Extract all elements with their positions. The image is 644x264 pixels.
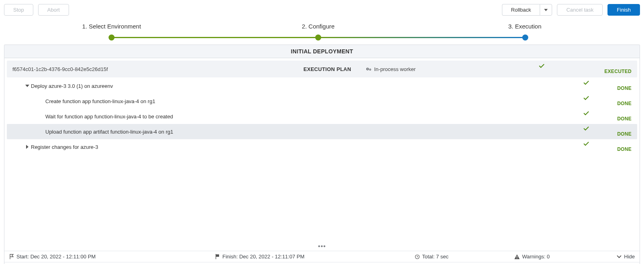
meta-start-text: Start: Dec 20, 2022 - 12:11:00 PM	[16, 254, 95, 260]
plan-worker: In-process worker	[366, 66, 539, 72]
plan-worker-label: In-process worker	[374, 66, 416, 72]
step-connector-2	[318, 37, 525, 38]
status-text: DONE	[617, 146, 632, 152]
abort-button[interactable]: Abort	[38, 4, 69, 16]
hide-log-button[interactable]: Hide	[601, 254, 635, 260]
rollback-button[interactable]: Rollback	[502, 4, 540, 16]
check-icon	[583, 126, 632, 131]
caret-down-icon	[544, 9, 548, 11]
cancel-task-button[interactable]: Cancel task	[557, 4, 603, 16]
rollback-caret-button[interactable]	[540, 4, 552, 16]
meta-total-text: Total: 7 sec	[422, 254, 449, 260]
execution-row-label: Wait for function app function-linux-jav…	[45, 114, 583, 120]
step-dot-2	[315, 35, 321, 41]
svg-rect-5	[517, 256, 517, 258]
log-output: Uploaded artifact as part of functionapp…	[4, 262, 640, 264]
check-icon	[583, 142, 632, 146]
svg-rect-6	[517, 258, 517, 258]
step-label-execution: 3. Execution	[508, 23, 542, 30]
finish-button[interactable]: Finish	[607, 4, 640, 16]
meta-finish: Finish: Dec 20, 2022 - 12:11:07 PM	[215, 254, 403, 260]
step-dot-3	[522, 35, 528, 41]
stop-button[interactable]: Stop	[4, 4, 33, 16]
step-label-configure: 2. Configure	[302, 23, 335, 30]
execution-row-label: Register changes for azure-3	[31, 144, 583, 150]
plan-status-text: EXECUTED	[604, 69, 632, 74]
clock-icon	[415, 254, 420, 259]
meta-bar: Start: Dec 20, 2022 - 12:11:00 PM Finish…	[4, 251, 640, 262]
execution-row-status: DONE	[583, 111, 632, 122]
flag-finish-icon	[215, 254, 220, 259]
execution-row[interactable]: Wait for function app function-linux-jav…	[7, 109, 637, 124]
plan-header-row: f6574c01-1c2b-4376-9cc0-842e5c26d15f EXE…	[7, 61, 637, 77]
execution-row-status: DONE	[583, 126, 632, 137]
flag-start-icon	[9, 254, 14, 259]
check-icon	[583, 81, 632, 85]
status-text: DONE	[617, 101, 632, 106]
meta-warnings: Warnings: 0	[514, 254, 589, 260]
execution-row[interactable]: Deploy azure-3 3.0 (1) on azureenvDONE	[7, 78, 637, 93]
check-icon	[583, 96, 632, 100]
gears-icon	[366, 67, 372, 71]
execution-row[interactable]: Upload function app artifact function-li…	[7, 124, 637, 139]
step-dot-1	[109, 35, 115, 41]
step-label-select-environment: 1. Select Environment	[82, 23, 141, 30]
execution-row-label: Deploy azure-3 3.0 (1) on azureenv	[31, 83, 583, 89]
warning-icon	[514, 254, 520, 259]
step-connector-1	[112, 37, 318, 38]
execution-row-label: Create function app function-linux-java-…	[45, 98, 583, 104]
caret-down-icon[interactable]	[24, 85, 31, 87]
meta-total: Total: 7 sec	[415, 254, 502, 260]
status-text: DONE	[617, 131, 632, 137]
execution-steps: Deploy azure-3 3.0 (1) on azureenvDONECr…	[4, 78, 640, 154]
execution-row-status: DONE	[583, 96, 632, 106]
svg-point-1	[367, 69, 368, 69]
execution-row-status: DONE	[583, 81, 632, 91]
execution-row-label: Upload function app artifact function-li…	[45, 129, 583, 135]
plan-center-label: EXECUTION PLAN	[303, 66, 365, 72]
status-text: DONE	[617, 85, 632, 91]
check-icon	[583, 111, 632, 116]
execution-row-status: DONE	[583, 142, 632, 152]
hide-label: Hide	[624, 254, 635, 260]
execution-panel: INITIAL DEPLOYMENT f6574c01-1c2b-4376-9c…	[4, 45, 640, 264]
check-icon	[539, 64, 632, 68]
rollback-button-group: Rollback	[502, 4, 553, 16]
resize-handle-icon[interactable]: •••	[4, 243, 640, 251]
svg-point-3	[370, 69, 370, 70]
empty-space	[4, 154, 640, 243]
meta-finish-text: Finish: Dec 20, 2022 - 12:11:07 PM	[222, 254, 305, 260]
meta-start: Start: Dec 20, 2022 - 12:11:00 PM	[9, 254, 203, 260]
toolbar: Stop Abort Rollback Cancel task Finish	[4, 4, 640, 16]
wizard-stepper: 1. Select Environment 2. Configure 3. Ex…	[4, 23, 640, 41]
execution-row[interactable]: Create function app function-linux-java-…	[7, 93, 637, 109]
panel-title: INITIAL DEPLOYMENT	[4, 45, 640, 58]
status-text: DONE	[617, 116, 632, 122]
plan-status: EXECUTED	[539, 64, 632, 74]
meta-warnings-text: Warnings: 0	[522, 254, 550, 260]
chevron-down-icon	[617, 255, 622, 258]
caret-right-icon[interactable]	[24, 145, 31, 149]
plan-id: f6574c01-1c2b-4376-9cc0-842e5c26d15f	[12, 66, 303, 72]
execution-row[interactable]: Register changes for azure-3DONE	[7, 139, 637, 154]
